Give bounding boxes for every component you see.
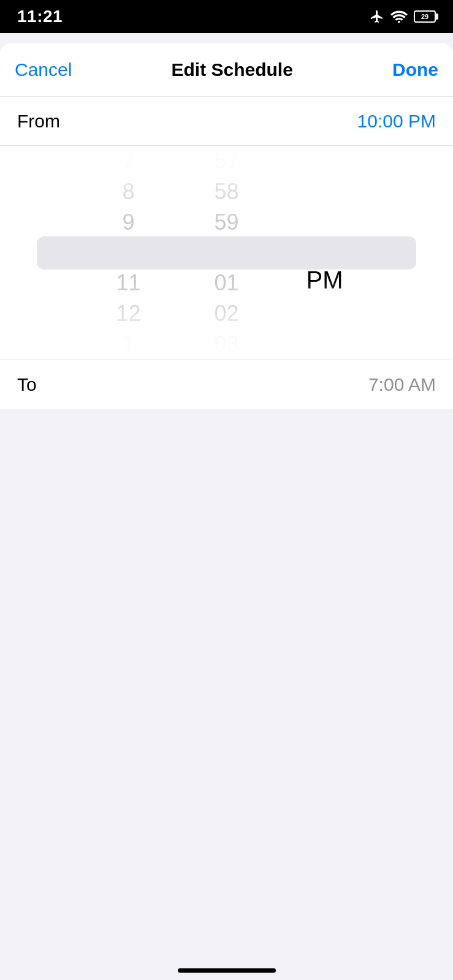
airplane-icon: [370, 9, 384, 24]
picker-minute-item: 58: [178, 176, 276, 207]
picker-hour-item: 12: [80, 298, 178, 329]
from-row[interactable]: From 10:00 PM: [0, 97, 453, 146]
modal-sheet: Cancel Edit Schedule Done From 10:00 PM …: [0, 43, 453, 980]
picker-ampm-item: AM: [276, 245, 374, 268]
picker-minute-item: 01: [178, 268, 276, 298]
status-bar: 11:21 29: [0, 0, 453, 33]
status-time: 11:21: [17, 7, 63, 26]
picker-hour-item: 7: [80, 146, 178, 176]
svg-point-0: [398, 21, 400, 23]
picker-ampm-selected: PM: [276, 268, 374, 292]
wifi-icon: [390, 10, 408, 23]
picker-minute-selected: 00: [178, 238, 276, 268]
picker-ampm-column[interactable]: AM PM: [276, 146, 374, 360]
picker-hour-item: 9: [80, 207, 178, 238]
cancel-button[interactable]: Cancel: [15, 59, 72, 80]
nav-title: Edit Schedule: [172, 59, 293, 80]
bottom-area: [0, 409, 453, 980]
picker-minute-item: 57: [178, 146, 276, 176]
picker-hour-item: 1: [80, 329, 178, 360]
picker-hours-column[interactable]: 7 8 9 10 11 12 1: [80, 146, 178, 360]
to-label: To: [17, 374, 37, 395]
picker-minute-item: 02: [178, 298, 276, 329]
from-value: 10:00 PM: [357, 111, 436, 132]
to-row[interactable]: To 7:00 AM: [0, 360, 453, 409]
picker-columns: 7 8 9 10 11 12 1 57 58 59 00 01 02 03 AM: [0, 146, 453, 360]
time-picker[interactable]: 7 8 9 10 11 12 1 57 58 59 00 01 02 03 AM: [0, 146, 453, 360]
picker-minutes-column[interactable]: 57 58 59 00 01 02 03: [178, 146, 276, 360]
nav-bar: Cancel Edit Schedule Done: [0, 43, 453, 97]
picker-minute-item: 59: [178, 207, 276, 238]
battery-level: 29: [421, 13, 428, 20]
status-icons: 29: [370, 9, 436, 24]
done-button[interactable]: Done: [392, 59, 438, 80]
battery-icon: 29: [414, 10, 436, 23]
picker-hour-item: 8: [80, 176, 178, 207]
picker-minute-item: 03: [178, 329, 276, 360]
picker-hour-selected: 10: [80, 238, 178, 268]
from-label: From: [17, 111, 60, 132]
to-value: 7:00 AM: [368, 374, 436, 395]
picker-hour-item: 11: [80, 268, 178, 298]
home-indicator: [178, 968, 276, 973]
